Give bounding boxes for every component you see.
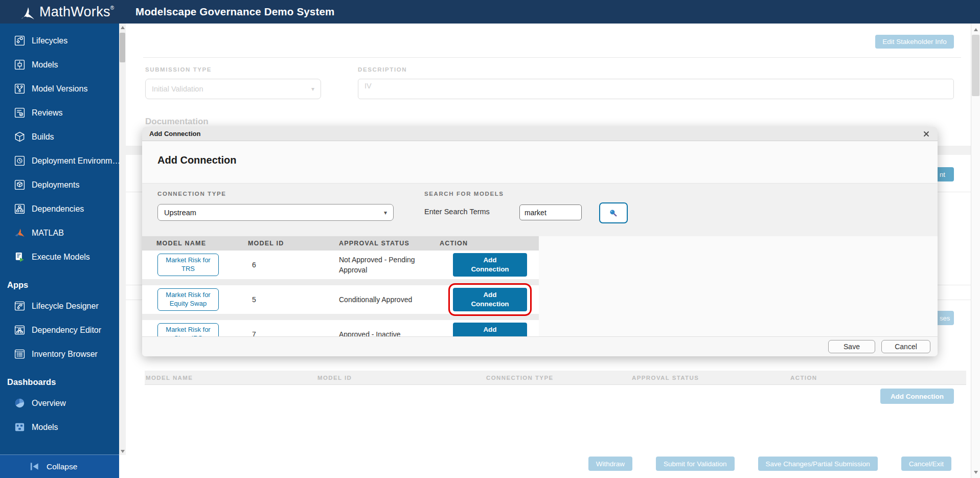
search-input[interactable] bbox=[519, 204, 582, 220]
documentation-heading: Documentation bbox=[145, 117, 209, 127]
search-for-models-label: SEARCH FOR MODELS bbox=[424, 191, 504, 197]
deployments-icon bbox=[14, 179, 26, 191]
mathworks-logo[interactable]: MathWorks ® bbox=[19, 4, 114, 20]
dialog-footer: Save Cancel bbox=[142, 336, 938, 356]
model-name-button[interactable]: Market Risk for TRS bbox=[157, 254, 219, 276]
column-header-connection-type: CONNECTION TYPE bbox=[486, 375, 632, 381]
collapse-icon bbox=[29, 461, 40, 472]
sidebar-item-label: Execute Models bbox=[32, 253, 90, 262]
execute-models-icon bbox=[14, 251, 26, 263]
deployment-environments-icon bbox=[14, 155, 26, 167]
sidebar-item-models[interactable]: Models bbox=[0, 415, 119, 439]
models-icon bbox=[14, 59, 26, 71]
add-connection-dialog: Add Connection Add Connection CONNECTION… bbox=[142, 127, 938, 356]
sidebar-item-lifecycle-designer[interactable]: Lifecycle Designer bbox=[0, 294, 119, 318]
add-connection-button[interactable]: Add Connection bbox=[453, 288, 527, 311]
lifecycle-designer-icon bbox=[14, 300, 26, 312]
save-changes-partial-submission-button[interactable]: Save Changes/Partial Submission bbox=[758, 457, 878, 471]
lifecycles-icon bbox=[14, 35, 26, 47]
submission-type-select[interactable]: Initial Validation ▾ bbox=[145, 79, 321, 99]
content-scrollbar[interactable] bbox=[971, 24, 980, 478]
matlab-icon bbox=[14, 227, 26, 239]
connection-type-select[interactable]: Upstream ▾ bbox=[157, 204, 394, 221]
column-header-action: ACTION bbox=[790, 375, 966, 381]
models-dashboard-icon bbox=[14, 421, 26, 433]
sidebar-section-dashboards: Dashboards bbox=[0, 366, 119, 391]
releases-button-fragment[interactable]: ses bbox=[938, 311, 954, 325]
scroll-up-icon[interactable] bbox=[971, 26, 980, 33]
column-header-model-id: MODEL ID bbox=[248, 240, 339, 247]
sidebar-item-model-versions[interactable]: Model Versions bbox=[0, 77, 119, 101]
withdraw-button[interactable]: Withdraw bbox=[588, 457, 632, 471]
column-header-model-name: MODEL NAME bbox=[156, 240, 248, 247]
app-header: MathWorks ® Modelscape Governance Demo S… bbox=[0, 0, 980, 24]
brand-name: MathWorks bbox=[39, 4, 110, 20]
sidebar-item-label: Builds bbox=[32, 132, 54, 142]
cancel-exit-button[interactable]: Cancel/Exit bbox=[901, 457, 951, 471]
sidebar-item-label: Models bbox=[32, 60, 58, 70]
add-connection-button[interactable]: Add Connection bbox=[453, 253, 527, 277]
sidebar-scrollbar[interactable] bbox=[119, 24, 126, 455]
table-row-market-risk-for-equity-swap: Market Risk for Equity Swap5Conditionall… bbox=[142, 285, 539, 314]
edit-stakeholder-info-button[interactable]: Edit Stakeholder Info bbox=[875, 35, 954, 49]
sidebar-item-label: Overview bbox=[32, 399, 66, 408]
description-field[interactable]: IV bbox=[358, 79, 954, 99]
collapse-label: Collapse bbox=[47, 462, 77, 471]
model-name-button[interactable]: Market Risk for Equity Swap bbox=[157, 288, 219, 311]
sidebar-item-execute-models[interactable]: Execute Models bbox=[0, 245, 119, 269]
column-header-model-name: MODEL NAME bbox=[146, 375, 317, 381]
close-icon[interactable] bbox=[922, 130, 930, 138]
content-scrollbar-thumb[interactable] bbox=[972, 35, 979, 96]
connection-type-label: CONNECTION TYPE bbox=[157, 191, 226, 197]
sidebar-item-label: Deployment Environm… bbox=[32, 156, 120, 166]
sidebar-scrollbar-thumb[interactable] bbox=[120, 33, 125, 62]
column-header-approval-status: APPROVAL STATUS bbox=[339, 240, 440, 247]
sidebar-section-apps: Apps bbox=[0, 269, 119, 294]
sidebar-item-dependency-editor[interactable]: Dependency Editor bbox=[0, 318, 119, 342]
column-header-approval-status: APPROVAL STATUS bbox=[632, 375, 790, 381]
sidebar-collapse-button[interactable]: Collapse bbox=[0, 454, 119, 478]
save-button[interactable]: Save bbox=[828, 340, 875, 353]
connection-type-value: Upstream bbox=[164, 209, 196, 217]
dialog-titlebar[interactable]: Add Connection bbox=[142, 127, 938, 141]
sidebar-item-matlab[interactable]: MATLAB bbox=[0, 221, 119, 245]
scroll-down-icon[interactable] bbox=[119, 447, 126, 455]
sidebar-item-label: Lifecycles bbox=[32, 36, 67, 45]
search-terms-label: Enter Search Terms bbox=[424, 208, 490, 216]
approval-status-cell: Conditionally Approved bbox=[339, 294, 432, 305]
cancel-button[interactable]: Cancel bbox=[881, 340, 930, 353]
document-button-fragment[interactable]: nt bbox=[938, 167, 954, 181]
sidebar-item-builds[interactable]: Builds bbox=[0, 125, 119, 149]
sidebar-item-dependencies[interactable]: Dependencies bbox=[0, 197, 119, 221]
sidebar-item-inventory-browser[interactable]: Inventory Browser bbox=[0, 342, 119, 366]
submission-type-label: SUBMISSION TYPE bbox=[145, 66, 212, 73]
sidebar-item-models[interactable]: Models bbox=[0, 53, 119, 77]
add-connection-button-disabled[interactable]: Add Connection bbox=[880, 389, 954, 404]
description-label: DESCRIPTION bbox=[358, 66, 407, 73]
sidebar-item-label: Dependency Editor bbox=[32, 326, 101, 335]
sidebar-item-deployments[interactable]: Deployments bbox=[0, 173, 119, 197]
sidebar-item-deployment-environm[interactable]: Deployment Environm… bbox=[0, 149, 119, 173]
reviews-icon bbox=[14, 107, 26, 119]
scroll-down-icon[interactable] bbox=[971, 468, 980, 476]
chevron-down-icon: ▾ bbox=[311, 85, 314, 93]
dialog-title: Add Connection bbox=[149, 130, 200, 138]
search-button[interactable] bbox=[599, 202, 628, 223]
page-footer-actions: WithdrawSubmit for ValidationSave Change… bbox=[588, 457, 951, 471]
table-row-market-risk-for-trs: Market Risk for TRS6Not Approved - Pendi… bbox=[142, 251, 539, 279]
column-header-action: ACTION bbox=[440, 240, 553, 247]
scroll-up-icon[interactable] bbox=[119, 24, 126, 31]
sidebar-item-overview[interactable]: Overview bbox=[0, 391, 119, 415]
sidebar-nav: LifecyclesModelsModel VersionsReviewsBui… bbox=[0, 24, 119, 439]
models-table-header: MODEL NAMEMODEL IDAPPROVAL STATUSACTION bbox=[142, 236, 539, 251]
membrane-logo-icon bbox=[19, 4, 36, 19]
model-id-cell: 6 bbox=[248, 261, 339, 269]
dialog-heading: Add Connection bbox=[157, 154, 236, 166]
sidebar-item-reviews[interactable]: Reviews bbox=[0, 101, 119, 125]
sidebar-item-label: MATLAB bbox=[32, 229, 64, 238]
sidebar-item-label: Lifecycle Designer bbox=[32, 302, 99, 311]
submit-for-validation-button[interactable]: Submit for Validation bbox=[656, 457, 735, 471]
sidebar-item-lifecycles[interactable]: Lifecycles bbox=[0, 29, 119, 53]
sidebar-item-label: Inventory Browser bbox=[32, 350, 98, 359]
sidebar-item-label: Model Versions bbox=[32, 84, 87, 94]
